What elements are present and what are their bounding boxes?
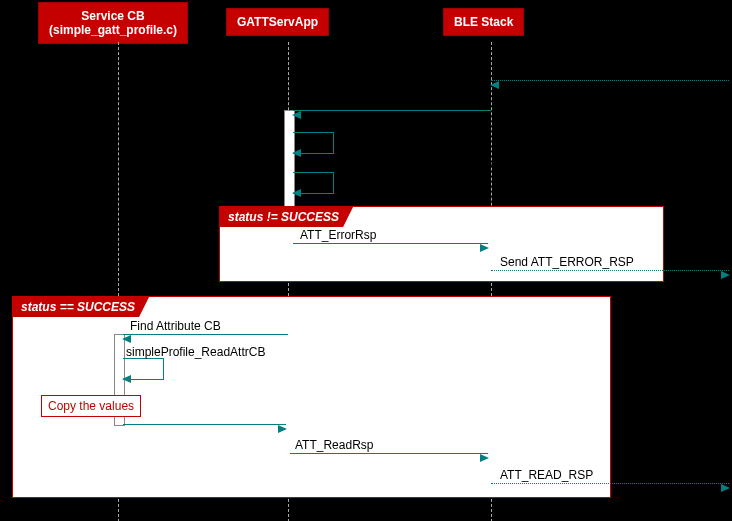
arrow-process-msg (293, 110, 491, 111)
arrow-self-verify (293, 172, 334, 194)
msg-att-read-req: ATT_READ_REQ (500, 63, 594, 77)
lifeline-label: BLE Stack (454, 15, 513, 29)
msg-send-error: Send ATT_ERROR_RSP (500, 255, 634, 269)
arrow-att-error-rsp (293, 243, 488, 244)
lifeline-service-cb: Service CB (simple_gatt_profile.c) (38, 2, 188, 44)
msg-process-msg: gattServApp_ProcessMsg (300, 94, 439, 108)
msg-att-read-rsp-out: ATT_READ_RSP (500, 468, 593, 482)
arrow-self-read-attr (123, 358, 164, 380)
msg-find-verify: Find and verify the attribute (300, 118, 445, 132)
arrow-incoming (491, 80, 729, 81)
msg-read-attr-cb: simpleProfile_ReadAttrCB (126, 345, 265, 359)
frame-label: status != SUCCESS (220, 207, 353, 227)
arrow-att-read-rsp-out (491, 483, 729, 484)
lifeline-ble-stack: BLE Stack (443, 8, 524, 36)
arrow-return-to-gatt (123, 424, 286, 425)
lifeline-label: (simple_gatt_profile.c) (49, 23, 177, 37)
frame-label: status == SUCCESS (13, 297, 149, 317)
arrow-self-find (293, 132, 334, 154)
arrow-send-error-out (491, 270, 729, 271)
arrow-att-read-rsp (290, 453, 488, 454)
arrow-find-attr-cb (123, 334, 288, 335)
msg-att-read-rsp: ATT_ReadRsp (295, 438, 373, 452)
note-copy-values: Copy the values (41, 395, 141, 417)
msg-att-error-rsp: ATT_ErrorRsp (300, 228, 376, 242)
msg-find-attr-cb: Find Attribute CB (130, 319, 221, 333)
lifeline-label: GATTServApp (237, 15, 318, 29)
lifeline-label: Service CB (81, 9, 144, 23)
msg-verify-perm: Verify the permissions of the attribute (300, 158, 497, 172)
lifeline-gattservapp: GATTServApp (226, 8, 329, 36)
